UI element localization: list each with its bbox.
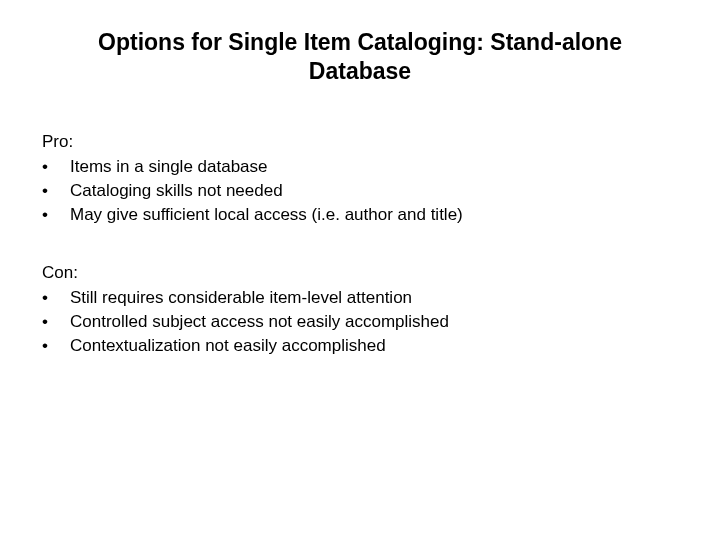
con-section: Con: • Still requires considerable item-… xyxy=(42,261,678,358)
list-item: • Controlled subject access not easily a… xyxy=(42,310,678,334)
list-item: • Cataloging skills not needed xyxy=(42,179,678,203)
list-item: • Contextualization not easily accomplis… xyxy=(42,334,678,358)
list-item: • Still requires considerable item-level… xyxy=(42,286,678,310)
bullet-icon: • xyxy=(42,286,70,310)
list-item-text: May give sufficient local access (i.e. a… xyxy=(70,203,678,227)
bullet-icon: • xyxy=(42,334,70,358)
list-item-text: Contextualization not easily accomplishe… xyxy=(70,334,678,358)
pro-section: Pro: • Items in a single database • Cata… xyxy=(42,130,678,227)
bullet-icon: • xyxy=(42,310,70,334)
list-item-text: Still requires considerable item-level a… xyxy=(70,286,678,310)
list-item-text: Items in a single database xyxy=(70,155,678,179)
pro-heading: Pro: xyxy=(42,130,678,154)
slide-title: Options for Single Item Cataloging: Stan… xyxy=(50,28,670,86)
con-list: • Still requires considerable item-level… xyxy=(42,286,678,357)
con-heading: Con: xyxy=(42,261,678,285)
list-item-text: Cataloging skills not needed xyxy=(70,179,678,203)
list-item-text: Controlled subject access not easily acc… xyxy=(70,310,678,334)
bullet-icon: • xyxy=(42,155,70,179)
bullet-icon: • xyxy=(42,179,70,203)
bullet-icon: • xyxy=(42,203,70,227)
list-item: • Items in a single database xyxy=(42,155,678,179)
pro-list: • Items in a single database • Catalogin… xyxy=(42,155,678,226)
list-item: • May give sufficient local access (i.e.… xyxy=(42,203,678,227)
